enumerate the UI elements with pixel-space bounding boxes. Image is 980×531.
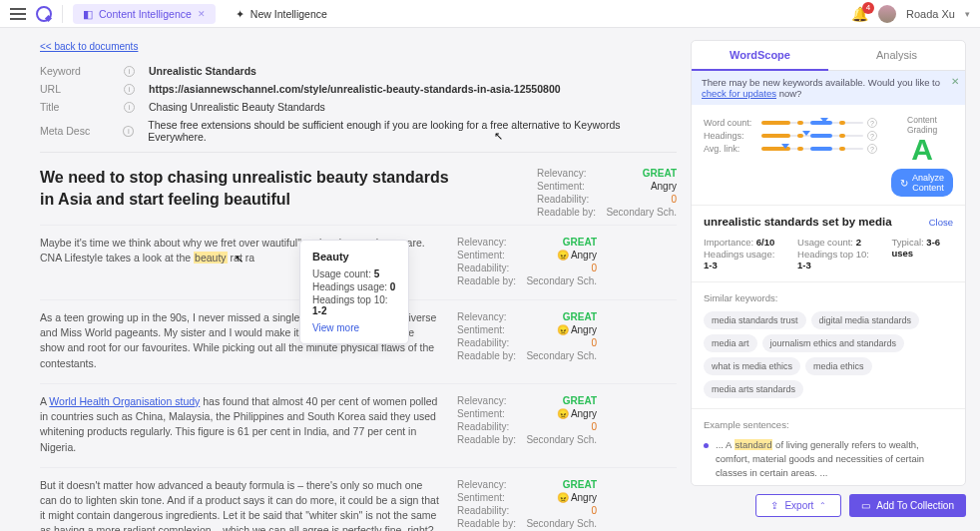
m-sentiment-value: 😠Angry (557, 408, 597, 419)
m-relevancy-value: GREAT (643, 168, 677, 179)
info-icon[interactable]: i (123, 126, 134, 137)
meta-url-label: URL (40, 83, 110, 95)
bell-badge: 4 (862, 2, 874, 14)
m-relevancy-label: Relevancy: (537, 168, 586, 179)
m-readable-by-label: Readable by: (457, 518, 516, 529)
bell-icon[interactable]: 🔔4 (851, 6, 868, 22)
app-logo[interactable] (36, 6, 52, 22)
keyword-chip[interactable]: what is media ethics (704, 357, 800, 375)
m-readable-by-value: Secondary Sch. (526, 350, 597, 361)
keyword-chip[interactable]: media arts standards (704, 380, 803, 398)
keyword-title: unrealistic standards set by media (704, 216, 892, 228)
popover-headings-label: Headings usage: (312, 281, 387, 292)
example-sentence: Therefore the media play an important ro… (704, 485, 953, 486)
m-relevancy-value: GREAT (563, 237, 597, 248)
m-readability-label: Readability: (457, 263, 509, 273)
gauge-avglink-label: Avg. link: (704, 144, 757, 154)
tab-analysis[interactable]: Analysis (828, 41, 965, 71)
avatar[interactable] (878, 5, 896, 23)
add-to-collection-button[interactable]: ▭Add To Collection (849, 494, 966, 517)
tab-label: Content Intelligence (99, 8, 192, 20)
keyword-chip[interactable]: media ethics (805, 357, 872, 375)
m-readability-value: 0 (591, 337, 597, 348)
content-grade: A (891, 135, 953, 165)
close-icon[interactable]: ✕ (198, 9, 206, 19)
inline-link[interactable]: World Health Organisation study (49, 395, 200, 407)
m-relevancy-value: GREAT (563, 479, 597, 490)
tab-wordscope[interactable]: WordScope (692, 41, 828, 71)
m-relevancy-label: Relevancy: (457, 311, 506, 322)
keyword-chip[interactable]: digital media standards (811, 311, 920, 329)
popover-top10-value: 1-2 (312, 305, 326, 316)
keyword-chip[interactable]: media art (704, 334, 757, 352)
keyword-chip[interactable]: journalism ethics and standards (762, 334, 905, 352)
hamburger-icon[interactable] (10, 8, 26, 20)
m-readability-label: Readability: (457, 505, 509, 516)
m-relevancy-label: Relevancy: (457, 479, 506, 490)
m-readability-value: 0 (591, 263, 597, 273)
view-more-link[interactable]: View more (312, 322, 396, 333)
m-readable-by-value: Secondary Sch. (526, 518, 597, 529)
paragraph-section: A World Health Organisation study has fo… (40, 384, 677, 468)
analyze-content-button[interactable]: Analyze Content (891, 169, 953, 197)
keyword-chip[interactable]: media standards trust (704, 311, 806, 329)
popover-usage-label: Usage count: (312, 268, 371, 279)
gauge-headings-bar (761, 135, 863, 137)
m-readable-by-value: Secondary Sch. (606, 207, 677, 218)
meta-keyword-label: Keyword (40, 65, 110, 77)
m-sentiment-value: 😠Angry (557, 324, 597, 335)
m-relevancy-value: GREAT (563, 395, 597, 406)
text-fragment: Maybe it's time we think about why we fr… (40, 237, 269, 249)
info-icon[interactable]: i (124, 84, 135, 95)
chevron-down-icon[interactable]: ▾ (965, 9, 970, 19)
kw-importance-label: Importance: (704, 237, 753, 248)
close-icon[interactable]: ✕ (951, 76, 959, 87)
info-icon[interactable]: i (124, 102, 135, 113)
tab-icon: ◧ (83, 8, 93, 20)
m-sentiment-value: 😠Angry (557, 250, 597, 261)
export-button[interactable]: ⇪Export⌃ (755, 494, 841, 517)
popover-top10-label: Headings top 10: (312, 294, 388, 305)
article-title: We need to stop chasing unrealistic beau… (40, 167, 459, 213)
m-sentiment-label: Sentiment: (537, 181, 585, 192)
collection-icon: ▭ (861, 500, 870, 511)
notice-banner: There may be new keywords available. Wou… (692, 71, 965, 105)
info-icon[interactable]: ? (867, 131, 877, 141)
back-link[interactable]: << back to documents (40, 41, 138, 52)
gauge-wordcount-label: Word count: (704, 118, 757, 128)
content-grading-label: Content Grading (891, 115, 953, 135)
m-sentiment-value: 😠Angry (557, 492, 597, 503)
popover-headings-value: 0 (390, 281, 396, 292)
gauge-wordcount-bar (761, 122, 863, 124)
info-icon[interactable]: ? (867, 144, 877, 154)
kw-usage-label: Usage count: (797, 237, 853, 248)
kw-ht-value: 1-3 (797, 260, 811, 270)
m-readability-label: Readability: (457, 337, 509, 348)
m-readable-by-value: Secondary Sch. (526, 275, 597, 286)
tab-label: New Intelligence (250, 8, 327, 20)
kw-importance-value: 6/10 (756, 237, 775, 248)
angry-emoji-icon: 😠 (557, 250, 569, 261)
m-readability-value: 0 (591, 421, 597, 432)
tab-new-intelligence[interactable]: ✦ New Intelligence (226, 4, 337, 24)
notice-text: now? (776, 88, 801, 99)
m-sentiment-label: Sentiment: (457, 324, 505, 335)
export-icon: ⇪ (770, 500, 778, 511)
tab-content-intelligence[interactable]: ◧ Content Intelligence ✕ (73, 4, 216, 24)
example-sentence: ... A standard of living generally refer… (704, 438, 953, 479)
close-link[interactable]: Close (929, 217, 953, 228)
wordscope-panel: WordScope Analysis There may be new keyw… (691, 40, 966, 486)
kw-ht-label: Headings top 10: (797, 249, 869, 260)
check-updates-link[interactable]: check for updates (702, 88, 776, 99)
info-icon[interactable]: i (124, 66, 135, 77)
kw-usage-value: 2 (856, 237, 861, 248)
m-relevancy-label: Relevancy: (457, 237, 506, 248)
keyword-highlight[interactable]: beauty (194, 252, 228, 264)
m-sentiment-value: Angry (651, 181, 677, 192)
document-meta: Keyword i Unrealistic Standards URL i ht… (40, 62, 677, 153)
keyword-chips: media standards trustdigital media stand… (704, 311, 953, 398)
m-readable-by-label: Readable by: (457, 275, 516, 286)
info-icon[interactable]: ? (867, 118, 877, 128)
chevron-up-icon: ⌃ (819, 501, 826, 510)
meta-url-value: https://asiannewschannel.com/style/unrea… (149, 83, 561, 95)
